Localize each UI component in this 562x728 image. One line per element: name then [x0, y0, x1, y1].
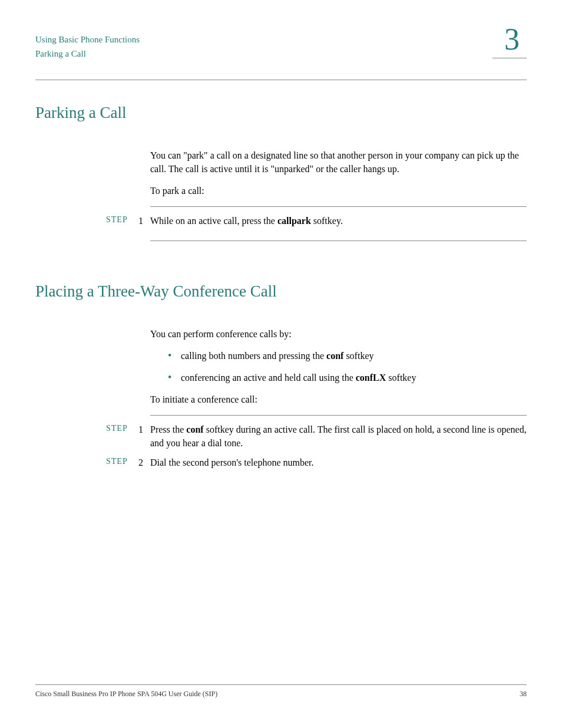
chapter-number: 3 — [492, 22, 527, 58]
step-number: 2 — [138, 456, 150, 469]
section2-lead: To initiate a conference call: — [150, 393, 527, 406]
section2-step1: STEP 1 Press the conf softkey during an … — [106, 423, 527, 450]
section1-step1: STEP 1 While on an active call, press th… — [106, 214, 527, 228]
section-heading-parking: Parking a Call — [35, 104, 527, 122]
step-label: STEP — [106, 423, 138, 450]
page-number: 38 — [520, 690, 527, 699]
page-footer: Cisco Small Business Pro IP Phone SPA 50… — [35, 684, 527, 699]
step-text: While on an active call, press the callp… — [150, 214, 527, 228]
bullet-item-1: calling both numbers and pressing the co… — [168, 349, 527, 363]
breadcrumb-line1: Using Basic Phone Functions — [35, 32, 527, 47]
section1-lead: To park a call: — [150, 184, 527, 197]
page-header: Using Basic Phone Functions Parking a Ca… — [35, 32, 527, 74]
breadcrumb: Using Basic Phone Functions Parking a Ca… — [35, 32, 527, 61]
step-label: STEP — [106, 214, 138, 228]
bullet-item-2: conferencing an active and held call usi… — [168, 371, 527, 384]
step-number: 1 — [138, 214, 150, 228]
section2-intro: You can perform conference calls by: — [150, 327, 527, 341]
section1-body: You can "park" a call on a designated li… — [150, 149, 527, 198]
section2-body: You can perform conference calls by: cal… — [150, 327, 527, 407]
step-text: Press the conf softkey during an active … — [150, 423, 527, 450]
section1-intro: You can "park" a call on a designated li… — [150, 149, 527, 176]
step-text: Dial the second person's telephone numbe… — [150, 456, 527, 469]
step-number: 1 — [138, 423, 150, 450]
footer-title: Cisco Small Business Pro IP Phone SPA 50… — [35, 690, 217, 699]
bullet-list: calling both numbers and pressing the co… — [168, 349, 527, 384]
breadcrumb-line2: Parking a Call — [35, 47, 527, 61]
footer-divider — [35, 684, 527, 685]
step-label: STEP — [106, 456, 138, 469]
section2-step2: STEP 2 Dial the second person's telephon… — [106, 456, 527, 469]
section-heading-conference: Placing a Three-Way Conference Call — [35, 282, 527, 301]
